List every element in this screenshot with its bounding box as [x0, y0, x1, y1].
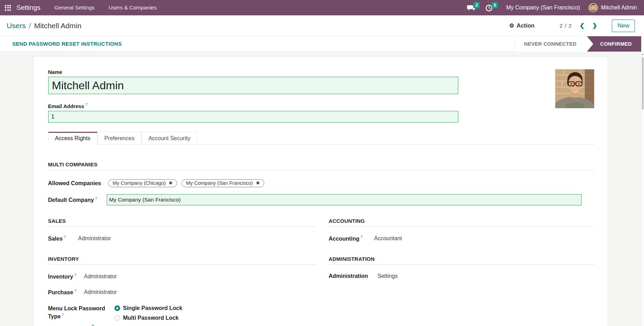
- vertical-scrollbar[interactable]: ▲: [641, 52, 644, 326]
- send-password-reset-button[interactable]: SEND PASSWORD RESET INSTRUCTIONS: [12, 41, 122, 47]
- user-name[interactable]: Mitchell Admin: [601, 5, 637, 11]
- scrollbar-thumb[interactable]: [642, 57, 644, 109]
- inventory-value[interactable]: Administrator: [84, 273, 117, 280]
- company-tag[interactable]: My Company (San Francisco) ✖: [182, 179, 264, 187]
- new-button[interactable]: New: [612, 20, 635, 32]
- pager: 2 / 2 ❮ ❯: [560, 22, 597, 29]
- tag-label: My Company (San Francisco): [186, 180, 253, 186]
- radio-single-password-lock[interactable]: Single Password Lock: [114, 305, 183, 311]
- left-column: SALES Sales? Administrator INVENTORY: [48, 218, 316, 326]
- action-label: Action: [517, 22, 534, 29]
- sales-value[interactable]: Administrator: [78, 235, 111, 242]
- tab-access-rights[interactable]: Access Rights: [48, 132, 97, 145]
- accounting-label: Accounting?: [329, 235, 374, 242]
- purchase-value[interactable]: Administrator: [84, 289, 117, 295]
- activities-icon[interactable]: 5: [485, 3, 495, 12]
- email-input[interactable]: [48, 111, 458, 123]
- remove-tag-icon[interactable]: ✖: [169, 181, 172, 185]
- administration-value[interactable]: Settings: [378, 273, 398, 279]
- breadcrumb-current: Mitchell Admin: [34, 22, 81, 30]
- company-switcher[interactable]: My Company (San Francisco): [506, 5, 580, 11]
- sales-title: SALES: [48, 218, 316, 227]
- purchase-label: Purchase?: [48, 289, 84, 296]
- breadcrumb-separator: /: [29, 22, 31, 30]
- default-company-help-icon: ?: [95, 196, 97, 200]
- inventory-help-icon: ?: [74, 273, 76, 277]
- breadcrumb-users-link[interactable]: Users: [7, 22, 26, 30]
- accounting-help-icon: ?: [361, 235, 363, 239]
- purchase-help-icon: ?: [74, 289, 76, 293]
- user-menu[interactable]: Mitchell Admin: [589, 3, 637, 13]
- radio-unselected-icon[interactable]: [114, 315, 120, 321]
- content-area: Name Email Address?: [0, 52, 641, 326]
- allowed-companies-label: Allowed Companies: [48, 180, 108, 187]
- pager-value: 2 / 2: [560, 23, 572, 29]
- action-menu-button[interactable]: ⚙ Action: [509, 22, 535, 29]
- scroll-up-icon[interactable]: ▲: [642, 53, 644, 55]
- accounting-value[interactable]: Accountant: [374, 235, 402, 242]
- administration-label: Administration: [329, 273, 378, 279]
- app-name[interactable]: Settings: [16, 4, 40, 12]
- pager-next-icon[interactable]: ❯: [592, 22, 597, 29]
- default-company-label: Default Company?: [48, 196, 107, 203]
- default-company-input[interactable]: [107, 194, 582, 205]
- form-sheet: Name Email Address?: [33, 56, 608, 326]
- activities-badge[interactable]: 5: [492, 2, 498, 8]
- section-multi-companies: MULTI COMPANIES Allowed Companies My Com…: [48, 161, 594, 205]
- pager-previous-icon[interactable]: ❮: [579, 22, 584, 29]
- user-photo[interactable]: [555, 69, 594, 108]
- menu-general-settings[interactable]: General Settings: [54, 5, 95, 11]
- status-step-confirmed[interactable]: CONFIRMED: [587, 36, 642, 52]
- allowed-companies-tags: My Company (Chicago) ✖ My Company (San F…: [108, 179, 264, 187]
- inventory-title: INVENTORY: [48, 256, 316, 265]
- inventory-label: Inventory?: [48, 273, 84, 280]
- radio-multi-password-lock[interactable]: Multi Password Lock: [114, 315, 183, 321]
- breadcrumb: Users / Mitchell Admin: [7, 22, 81, 30]
- multi-companies-title: MULTI COMPANIES: [48, 161, 594, 170]
- tag-label: My Company (Chicago): [113, 180, 166, 186]
- next-field-help-cutoff: ?: [91, 324, 94, 326]
- status-step-never-connected[interactable]: NEVER CONNECTED: [515, 36, 587, 52]
- radio-selected-icon[interactable]: [114, 305, 120, 311]
- company-tag[interactable]: My Company (Chicago) ✖: [108, 179, 177, 187]
- user-avatar: [589, 3, 598, 13]
- top-navbar: Settings General Settings Users & Compan…: [0, 0, 644, 15]
- sales-help-icon: ?: [64, 235, 66, 239]
- control-panel: Users / Mitchell Admin ⚙ Action 2 / 2 ❮ …: [0, 15, 644, 36]
- tab-preferences[interactable]: Preferences: [97, 132, 141, 145]
- menu-lock-label: Menu Lock Password Type?: [48, 305, 114, 320]
- right-column: ACCOUNTING Accounting? Accountant ADMINI…: [329, 218, 595, 326]
- accounting-title: ACCOUNTING: [329, 218, 595, 227]
- sales-label: Sales?: [48, 235, 78, 242]
- menu-lock-options: Single Password Lock Multi Password Lock: [114, 305, 183, 321]
- name-label: Name: [48, 69, 594, 75]
- messages-badge[interactable]: 2: [474, 2, 480, 8]
- menu-users-companies[interactable]: Users & Companies: [109, 5, 157, 11]
- tab-account-security[interactable]: Account Security: [141, 132, 197, 145]
- status-bar: SEND PASSWORD RESET INSTRUCTIONS NEVER C…: [0, 36, 644, 52]
- apps-menu-icon[interactable]: [5, 5, 11, 11]
- email-label: Email Address?: [48, 103, 594, 109]
- menu-lock-help-icon: ?: [62, 313, 64, 317]
- name-input[interactable]: [48, 77, 458, 94]
- email-help-icon: ?: [85, 103, 87, 107]
- notebook-tabs: Access Rights Preferences Account Securi…: [48, 132, 594, 145]
- messages-icon[interactable]: 2: [467, 3, 477, 12]
- remove-tag-icon[interactable]: ✖: [256, 181, 260, 185]
- section-sales: SALES Sales? Administrator: [48, 218, 316, 242]
- statusbar-steps: NEVER CONNECTED CONFIRMED: [515, 36, 641, 52]
- section-inventory: INVENTORY Inventory? Administrator Purch…: [48, 256, 316, 321]
- section-accounting: ACCOUNTING Accounting? Accountant: [329, 218, 595, 242]
- section-administration: ADMINISTRATION Administration Settings: [329, 256, 595, 279]
- gear-icon: ⚙: [509, 22, 514, 29]
- administration-title: ADMINISTRATION: [329, 256, 595, 265]
